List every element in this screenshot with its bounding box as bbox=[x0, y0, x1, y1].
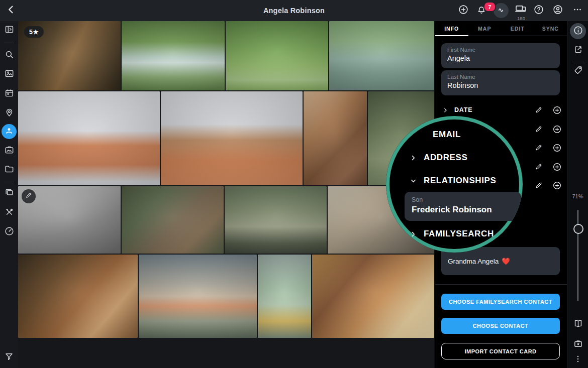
tab-label: MAP bbox=[478, 26, 491, 32]
map-pin-icon bbox=[4, 107, 15, 119]
photo-thumbnail-christmas-family[interactable] bbox=[312, 255, 434, 338]
divider bbox=[4, 182, 14, 182]
photo-thumbnail-studio-portrait-full[interactable] bbox=[18, 91, 160, 185]
import-case-button[interactable] bbox=[571, 337, 585, 351]
notification-badge: 7 bbox=[483, 2, 496, 12]
panel-tabs: INFOMAPEDITSYNC bbox=[435, 21, 567, 36]
relation-label: Son bbox=[412, 196, 514, 203]
sidebar-item-map[interactable] bbox=[2, 106, 16, 120]
choose-familysearch-contact-button[interactable]: CHOOSE FAMILYSEARCH CONTACT bbox=[441, 294, 560, 310]
tab-map[interactable]: MAP bbox=[468, 21, 502, 36]
import-contact-card-button[interactable]: IMPORT CONTACT CARD bbox=[441, 343, 560, 359]
photo-thumbnail-park-seated-portrait[interactable] bbox=[122, 21, 225, 90]
info-button-active[interactable] bbox=[570, 23, 586, 39]
copies-icon bbox=[4, 187, 15, 200]
filter-button[interactable] bbox=[2, 350, 16, 364]
last-name-field[interactable]: Last Name Robinson bbox=[441, 70, 560, 95]
dashboard-icon bbox=[4, 226, 15, 238]
section-row-date[interactable]: DATE bbox=[435, 102, 567, 117]
photo-thumbnail-park-exercise[interactable] bbox=[226, 21, 328, 90]
loupe-section-relationships[interactable]: RELATIONSHIPS bbox=[409, 175, 496, 187]
photo-thumbnail-two-women-outdoors[interactable] bbox=[139, 255, 257, 338]
edit-pencil-icon[interactable] bbox=[532, 122, 545, 136]
add-circle-icon[interactable] bbox=[550, 122, 563, 136]
divider bbox=[572, 61, 584, 61]
sidebar-item-calendar[interactable] bbox=[2, 87, 16, 101]
photo-thumbnail-writing-with-child[interactable] bbox=[258, 255, 311, 338]
photo-thumbnail-birthday-cake[interactable] bbox=[18, 255, 138, 338]
rating-badge: 5★ bbox=[24, 26, 44, 38]
nickname-text: Grandma Angela bbox=[448, 258, 499, 265]
photo-thumbnail-closeup-glasses[interactable] bbox=[122, 186, 224, 254]
add-button[interactable] bbox=[458, 5, 469, 16]
book-view-button[interactable] bbox=[571, 317, 585, 331]
tab-label: INFO bbox=[444, 26, 459, 32]
folders-icon bbox=[4, 164, 15, 176]
zoom-slider-thumb[interactable] bbox=[573, 224, 583, 234]
edit-pencil-icon[interactable] bbox=[532, 103, 545, 116]
search-icon bbox=[4, 49, 15, 62]
right-rail: 71% bbox=[567, 21, 588, 368]
sidebar-item-people-active[interactable] bbox=[2, 124, 17, 139]
account-button[interactable] bbox=[552, 5, 563, 16]
left-rail bbox=[0, 21, 18, 368]
loupe-section-email[interactable]: EMAIL bbox=[409, 129, 461, 141]
more-vertical-icon bbox=[573, 354, 583, 366]
edit-pencil-icon[interactable] bbox=[532, 179, 545, 192]
sidebar-item-photos[interactable] bbox=[2, 67, 16, 81]
chevron-down-icon bbox=[409, 176, 418, 185]
add-circle-icon[interactable] bbox=[550, 160, 563, 173]
photo-thumbnail-studio-portrait-half[interactable] bbox=[161, 91, 303, 185]
add-circle-icon[interactable] bbox=[550, 179, 563, 192]
tab-info[interactable]: INFO bbox=[435, 21, 468, 36]
tag-button[interactable] bbox=[571, 64, 585, 78]
first-name-field[interactable]: First Name Angela bbox=[441, 43, 560, 68]
section-label: EMAIL bbox=[433, 130, 461, 140]
book-icon bbox=[573, 318, 583, 331]
sidebar-item-search[interactable] bbox=[2, 48, 16, 62]
photo-edited-badge bbox=[22, 189, 36, 203]
field-label: First Name bbox=[447, 47, 554, 53]
export-icon bbox=[573, 44, 583, 57]
sidebar-item-folders[interactable] bbox=[2, 163, 16, 177]
loupe-section-address[interactable]: ADDRESS bbox=[409, 152, 467, 164]
sidebar-item-copies[interactable] bbox=[2, 186, 16, 200]
photo-thumbnail-laptop-table[interactable] bbox=[225, 186, 327, 254]
collapse-panel-button[interactable] bbox=[2, 23, 16, 37]
edit-pencil-icon[interactable] bbox=[532, 141, 545, 154]
section-label: ADDRESS bbox=[424, 153, 467, 163]
tab-label: EDIT bbox=[511, 26, 525, 32]
sidebar-item-tools[interactable] bbox=[2, 206, 16, 220]
add-circle-icon[interactable] bbox=[550, 141, 563, 154]
export-button[interactable] bbox=[571, 43, 585, 57]
photo-thumbnail-closeup-headwrap[interactable] bbox=[304, 91, 367, 185]
section-label: DATE bbox=[454, 106, 472, 113]
loupe-section-familysearch[interactable]: FAMILYSEARCH bbox=[409, 228, 494, 240]
more-horizontal-icon bbox=[572, 4, 583, 17]
add-circle-icon[interactable] bbox=[550, 103, 563, 116]
filter-icon bbox=[4, 351, 14, 363]
relationship-field[interactable]: Son Frederick Robinson bbox=[405, 192, 521, 221]
photo-thumbnail-pond-with-dog[interactable] bbox=[329, 21, 434, 90]
section-label: FAMILYSEARCH bbox=[424, 229, 494, 239]
sidebar-item-dashboard[interactable] bbox=[2, 225, 16, 239]
help-button[interactable] bbox=[533, 5, 544, 16]
account-icon bbox=[552, 4, 563, 17]
divider bbox=[435, 284, 567, 285]
devices-button[interactable] bbox=[515, 4, 526, 15]
choose-contact-button[interactable]: CHOOSE CONTACT bbox=[441, 318, 560, 334]
device-count: 180 bbox=[514, 16, 529, 21]
tab-sync[interactable]: SYNC bbox=[534, 21, 567, 36]
magnifier-circle: EMAIL ADDRESS RELATIONSHIPS Son Frederic… bbox=[386, 116, 523, 253]
info-icon bbox=[573, 25, 583, 38]
sidebar-item-albums[interactable] bbox=[2, 144, 16, 158]
more-menu-button[interactable] bbox=[572, 5, 583, 16]
tab-edit[interactable]: EDIT bbox=[501, 21, 534, 36]
panel-more-button[interactable] bbox=[571, 353, 585, 367]
tab-label: SYNC bbox=[542, 26, 559, 32]
edit-pencil-icon[interactable] bbox=[532, 160, 545, 173]
people-icon bbox=[4, 126, 14, 138]
chevron-right-icon bbox=[409, 153, 418, 162]
topbar: Angela Robinson 7 180 bbox=[0, 0, 588, 21]
field-value: Robinson bbox=[447, 81, 554, 89]
